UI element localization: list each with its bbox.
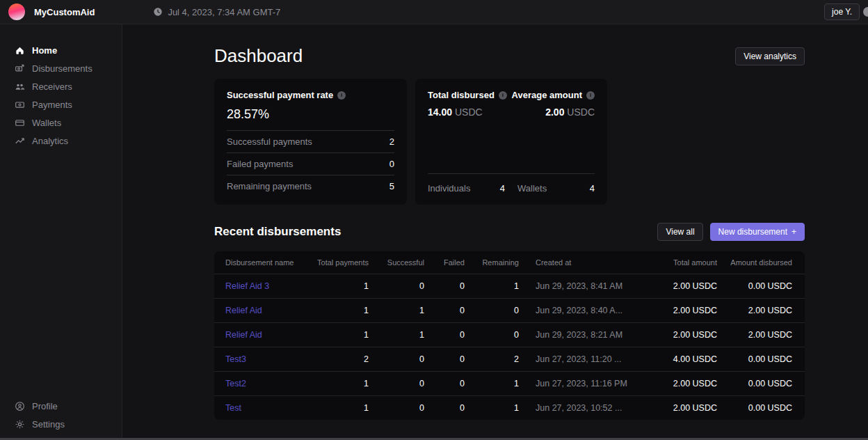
- remaining-cell: 0: [465, 298, 519, 322]
- stat-value: 2: [389, 136, 394, 147]
- amount_disbursed-cell: 2.00 USDC: [717, 322, 805, 347]
- total_amount-cell: 2.00 USDC: [649, 395, 717, 420]
- failed-cell: 0: [424, 347, 465, 371]
- total_amount-cell: 2.00 USDC: [649, 371, 717, 395]
- failed-cell: 0: [424, 322, 465, 347]
- info-icon[interactable]: i: [337, 91, 346, 100]
- disbursement-link[interactable]: Relief Aid: [225, 306, 262, 315]
- created_at-cell: Jun 29, 2023, 8:41 AM: [519, 274, 649, 298]
- sidebar-bottom-nav: ProfileSettings: [0, 397, 122, 433]
- amount_disbursed-cell: 0.00 USDC: [717, 347, 805, 371]
- total-disbursed-value: 14.00: [428, 107, 452, 118]
- sidebar-item-profile[interactable]: Profile: [0, 397, 122, 415]
- profile-icon: [15, 401, 25, 411]
- name-cell: Relief Aid 3: [214, 274, 302, 298]
- app-name: MyCustomAid: [34, 7, 95, 17]
- topbar-datetime: Jul 4, 2023, 7:34 AM GMT-7: [153, 7, 280, 17]
- wallets-label: Wallets: [517, 183, 547, 194]
- disbursements-icon: [15, 63, 25, 74]
- disbursement-link[interactable]: Relief Aid: [225, 330, 262, 340]
- info-icon[interactable]: i: [499, 91, 507, 100]
- successful-cell: 1: [369, 298, 424, 322]
- column-header-successful: Successful: [369, 251, 424, 274]
- total_payments-cell: 1: [302, 371, 369, 395]
- sidebar-item-wallets[interactable]: Wallets: [0, 113, 122, 132]
- stat-label: Failed payments: [227, 159, 293, 169]
- new-disbursement-button[interactable]: New disbursement +: [710, 223, 805, 241]
- remaining-cell: 0: [465, 322, 519, 347]
- payment-rate-value: 28.57%: [227, 107, 394, 122]
- total_payments-cell: 1: [302, 395, 369, 420]
- name-cell: Test3: [214, 347, 302, 371]
- info-icon[interactable]: i: [586, 91, 595, 100]
- individuals-stat: Individuals 4: [428, 183, 505, 194]
- table-header-row: Disbursement nameTotal paymentsSuccessfu…: [214, 251, 805, 274]
- datetime-text: Jul 4, 2023, 7:34 AM GMT-7: [168, 7, 280, 17]
- payment-rate-card: Successful payment rate i 28.57% Success…: [214, 79, 407, 205]
- created_at-cell: Jun 27, 2023, 11:20 ...: [519, 347, 649, 371]
- column-header-remaining: Remaining: [465, 251, 519, 274]
- column-header-failed: Failed: [424, 251, 465, 274]
- wallets-stat: Wallets 4: [517, 183, 595, 194]
- sidebar-item-payments[interactable]: Payments: [0, 95, 122, 113]
- disbursement-link[interactable]: Test2: [225, 379, 246, 388]
- topbar: MyCustomAid Jul 4, 2023, 7:34 AM GMT-7 j…: [0, 0, 868, 24]
- wallets-icon: [15, 118, 25, 128]
- created_at-cell: Jun 27, 2023, 10:52 ...: [519, 395, 649, 420]
- sidebar-item-analytics[interactable]: Analytics: [0, 132, 122, 150]
- stat-label: Remaining payments: [227, 181, 312, 191]
- sidebar-item-disbursements[interactable]: Disbursements: [0, 59, 122, 77]
- stat-row-remaining-payments: Remaining payments 5: [227, 175, 394, 197]
- main-area: Dashboard View analytics Successful paym…: [122, 24, 868, 440]
- total-disbursed-card: Total disbursed i 14.00 USDC Average amo…: [415, 79, 607, 205]
- remaining-cell: 1: [465, 371, 519, 395]
- amount_disbursed-cell: 0.00 USDC: [717, 395, 805, 420]
- total_payments-cell: 1: [302, 322, 369, 347]
- clock-icon: [153, 7, 163, 17]
- individuals-label: Individuals: [428, 183, 470, 194]
- table-row: Relief Aid1100Jun 29, 2023, 8:40 A...2.0…: [214, 298, 805, 322]
- total-disbursed-title: Total disbursed: [428, 90, 495, 100]
- remaining-cell: 2: [465, 347, 519, 371]
- column-header-created_at: Created at: [519, 251, 649, 274]
- name-cell: Relief Aid: [214, 298, 302, 322]
- user-menu-button[interactable]: joe Y.: [824, 3, 860, 20]
- total_payments-cell: 1: [302, 298, 369, 322]
- sidebar-item-settings[interactable]: Settings: [0, 415, 122, 433]
- stat-row-successful-payments: Successful payments 2: [227, 130, 394, 152]
- recent-disbursements-title: Recent disbursements: [214, 225, 657, 239]
- column-header-total_payments: Total payments: [302, 251, 369, 274]
- table-row: Test1001Jun 27, 2023, 10:52 ...2.00 USDC…: [214, 395, 805, 420]
- remaining-cell: 1: [465, 274, 519, 298]
- disbursement-link[interactable]: Test3: [225, 354, 246, 364]
- successful-cell: 0: [369, 347, 424, 371]
- column-header-total_amount: Total amount: [649, 251, 717, 274]
- sidebar-item-receivers[interactable]: Receivers: [0, 77, 122, 95]
- sidebar-item-label: Receivers: [32, 81, 72, 92]
- view-analytics-button[interactable]: View analytics: [735, 47, 805, 65]
- amount_disbursed-cell: 0.00 USDC: [717, 274, 805, 298]
- average-amount-currency: USDC: [567, 107, 595, 118]
- total_amount-cell: 2.00 USDC: [649, 274, 717, 298]
- disbursement-link[interactable]: Test: [225, 403, 241, 413]
- view-all-button[interactable]: View all: [657, 223, 702, 241]
- amount_disbursed-cell: 2.00 USDC: [717, 298, 805, 322]
- sidebar-item-home[interactable]: Home: [0, 41, 122, 59]
- total_amount-cell: 4.00 USDC: [649, 347, 717, 371]
- disbursement-link[interactable]: Relief Aid 3: [225, 281, 269, 291]
- stat-row-failed-payments: Failed payments 0: [227, 152, 394, 175]
- wallets-value: 4: [590, 183, 595, 194]
- stat-value: 0: [389, 159, 394, 169]
- total_amount-cell: 2.00 USDC: [649, 298, 717, 322]
- home-icon: [15, 45, 25, 56]
- payments-icon: [15, 100, 25, 110]
- sidebar-item-label: Payments: [32, 100, 72, 110]
- sidebar-item-label: Analytics: [32, 136, 68, 146]
- failed-cell: 0: [424, 395, 465, 420]
- successful-cell: 0: [369, 395, 424, 420]
- sidebar-item-label: Wallets: [32, 118, 61, 128]
- successful-cell: 1: [369, 322, 424, 347]
- table-row: Relief Aid1100Jun 29, 2023, 8:21 AM2.00 …: [214, 322, 805, 347]
- edge-circle-icon: [863, 7, 868, 17]
- table-row: Relief Aid 31001Jun 29, 2023, 8:41 AM2.0…: [214, 274, 805, 298]
